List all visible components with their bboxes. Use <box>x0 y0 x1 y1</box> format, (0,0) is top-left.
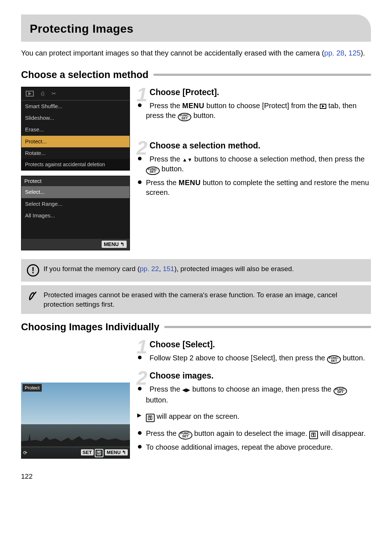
print-tab-icon: ⎙ <box>41 90 44 97</box>
camera-menu-item: Rotate... <box>21 147 130 159</box>
step-title: Choose [Select]. <box>136 339 371 350</box>
tools-tab-icon: ✂ <box>52 90 56 97</box>
step-bullet: Press the MENU button to choose [Protect… <box>136 101 371 122</box>
note-text: Protected images cannot be erased with t… <box>44 290 365 309</box>
step-number: 1 <box>136 87 147 102</box>
step-bullet: Press the buttons to choose a selection … <box>136 154 371 175</box>
page-ref-link[interactable]: pp. 22 <box>140 265 159 273</box>
step-bullet: Press the buttons to choose an image, th… <box>136 384 371 405</box>
note-callout: Protected images cannot be erased with t… <box>21 285 371 314</box>
preview-footer-right: SET ⚿ MENU ↰ <box>81 449 128 457</box>
step-bullet: Press the FUNC.SET button again to desel… <box>136 429 371 439</box>
camera-submenu-header: Protect <box>21 176 130 186</box>
heading-rule <box>154 74 371 76</box>
step-title: Choose a selection method. <box>136 140 371 151</box>
camera-preview-screenshot: Protect ⟳ SET ⚿ MENU ↰ <box>21 383 130 459</box>
step-result: ⚿ will appear on the screen. <box>136 412 371 422</box>
warning-icon: ! <box>27 264 39 277</box>
playback-tab-icon <box>26 91 34 97</box>
protect-key-icon: ⚿ <box>309 431 318 439</box>
step-bullet: Press the MENU button to complete the se… <box>136 178 371 197</box>
func-set-button-icon: FUNC.SET <box>146 167 160 175</box>
section-heading-text: Choosing Images Individually <box>21 320 159 334</box>
step-number: 2 <box>136 370 147 386</box>
func-set-button-icon: FUNC.SET <box>327 355 341 364</box>
camera-menu-screenshot: ⎙ ✂ Smart Shuffle... Slideshow... Erase.… <box>21 87 130 171</box>
preview-label: Protect <box>23 384 42 392</box>
step-block: 2 Choose a selection method. Press the b… <box>136 140 371 197</box>
warning-callout: ! If you format the memory card (pp. 22,… <box>21 259 371 282</box>
page-number: 122 <box>21 472 371 481</box>
camera-menu-item: Slideshow... <box>21 112 130 124</box>
playback-tab-icon <box>320 104 326 109</box>
intro-text: You can protect important images so that… <box>21 49 322 57</box>
warning-text: If you format the memory card (pp. 22, 1… <box>44 264 365 274</box>
section-heading: Choosing Images Individually <box>21 320 371 334</box>
step-row: Protect ⟳ SET ⚿ MENU ↰ 1 Choose [Select]… <box>21 339 371 459</box>
camera-submenu-item: All Images... <box>21 210 130 221</box>
menu-button-label: MENU <box>179 179 201 187</box>
step-row: ⎙ ✂ Smart Shuffle... Slideshow... Erase.… <box>21 87 371 250</box>
camera-menu-footer: Protects against accidental deletion <box>21 159 130 170</box>
step-title: Choose images. <box>136 370 371 381</box>
camera-submenu-item: Select Range... <box>21 198 130 210</box>
left-arrow-icon <box>182 385 186 393</box>
screenshot-column: Protect ⟳ SET ⚿ MENU ↰ <box>21 339 130 459</box>
protect-key-icon: ⚿ <box>146 414 155 422</box>
section-heading-text: Choose a selection method <box>21 68 148 81</box>
screenshot-column: ⎙ ✂ Smart Shuffle... Slideshow... Erase.… <box>21 87 130 250</box>
camera-submenu-screenshot: Protect Select... Select Range... All Im… <box>21 176 130 250</box>
camera-menu-item-highlighted: Protect... <box>21 136 130 147</box>
camera-menu-item: Smart Shuffle... <box>21 101 130 112</box>
step-block: 1 Choose [Protect]. Press the MENU butto… <box>136 87 371 122</box>
preview-footer-left: ⟳ <box>23 450 27 456</box>
func-set-button-icon: FUNC.SET <box>179 431 192 439</box>
right-arrow-icon <box>186 385 190 393</box>
step-number: 2 <box>136 140 147 156</box>
preview-skyline <box>21 430 130 446</box>
page-ref-link[interactable]: pp. 28 <box>324 49 344 57</box>
step-block: 2 Choose images. Press the buttons to ch… <box>136 370 371 452</box>
step-number: 1 <box>136 339 147 355</box>
step-bullet: Follow Step 2 above to choose [Select], … <box>136 353 371 364</box>
page-title: Protecting Images <box>30 21 362 37</box>
heading-rule <box>164 326 371 328</box>
step-block: 1 Choose [Select]. Follow Step 2 above t… <box>136 339 371 364</box>
camera-submenu-footer: MENU ↰ <box>21 239 130 250</box>
camera-tabbar: ⎙ ✂ <box>21 87 130 101</box>
func-set-button-icon: FUNC.SET <box>178 113 192 121</box>
up-arrow-icon <box>182 155 187 163</box>
camera-menu-item: Erase... <box>21 124 130 135</box>
intro-paragraph: You can protect important images so that… <box>21 48 371 58</box>
preview-footer: ⟳ SET ⚿ MENU ↰ <box>21 447 130 459</box>
page-title-band: Protecting Images <box>21 15 371 42</box>
menu-button-label: MENU <box>182 102 204 110</box>
page-ref-link[interactable]: 151 <box>163 265 174 273</box>
func-set-button-icon: FUNC.SET <box>334 387 347 395</box>
down-arrow-icon <box>187 155 192 163</box>
step-bullet: To choose additional images, repeat the … <box>136 442 371 452</box>
page-ref-link[interactable]: 125 <box>348 49 360 57</box>
section-heading: Choose a selection method <box>21 68 371 81</box>
camera-submenu-item-selected: Select... <box>21 186 130 198</box>
pencil-icon <box>27 290 39 303</box>
step-title: Choose [Protect]. <box>136 87 371 98</box>
